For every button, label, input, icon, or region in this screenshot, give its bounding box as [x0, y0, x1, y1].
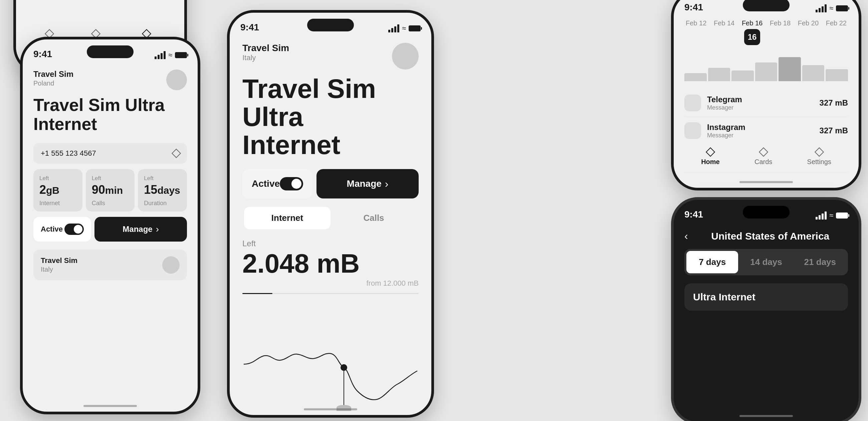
ub6 — [826, 69, 848, 81]
nav-settings-label-p4: Settings — [807, 158, 831, 166]
home-icon-p4 — [706, 147, 715, 157]
active-section-p3[interactable]: Active — [242, 169, 312, 198]
cal-label-3: Feb 18 — [770, 19, 790, 27]
back-arrow-p5[interactable]: ‹ — [684, 230, 688, 242]
nav-settings-p4[interactable]: Settings — [807, 149, 831, 166]
toggle-switch-p2[interactable] — [64, 224, 84, 235]
phone-5: 9:41 ≈ ‹ United States of America — [671, 197, 861, 421]
b1p4 — [815, 10, 817, 12]
sim-avatar-p2 — [166, 69, 187, 90]
ub2 — [732, 71, 754, 81]
data-left-label-p3: Left — [242, 239, 418, 248]
sim-card-mini-p2[interactable]: Travel Sim Italy — [33, 250, 187, 280]
sim-title-p3: Travel Sim Ultra Internet — [242, 75, 418, 159]
stat-bottom-2: Duration — [144, 200, 181, 207]
wifi-p2: ≈ — [168, 51, 172, 59]
cal-feb22[interactable]: Feb 22 — [826, 19, 847, 45]
sim-country-p3: Italy — [242, 53, 289, 62]
instagram-size: 327 mB — [819, 126, 848, 135]
phone-number: +1 555 123 4567 — [41, 149, 96, 158]
back-title-p5: United States of America — [693, 230, 848, 242]
bottom-nav-p4: Home Cards Settings — [674, 143, 859, 171]
back-nav-p5: ‹ United States of America — [684, 230, 848, 242]
cal-label-0: Feb 12 — [686, 19, 706, 27]
cal-feb20[interactable]: Feb 20 — [798, 19, 818, 45]
manage-btn-text-p3: Manage — [347, 178, 381, 189]
dynamic-island-p5 — [743, 206, 789, 219]
stat-calls: Left 90min Calls — [86, 169, 135, 212]
cal-label-2: Feb 16 — [742, 19, 763, 27]
app-telegram[interactable]: Telegram Messager 327 mB — [684, 89, 848, 117]
data-value-p3: 2.048 mB — [242, 250, 418, 277]
data-from-p3: from 12.000 mB — [242, 279, 418, 288]
manage-btn-p3[interactable]: Manage › — [316, 169, 418, 198]
cal-num-2: 16 — [744, 29, 760, 45]
toggle-lg-p3[interactable] — [280, 177, 303, 191]
cards-icon-p4 — [758, 147, 768, 157]
sim-header-p3: Travel Sim Italy — [242, 43, 418, 69]
ub0 — [684, 73, 707, 81]
telegram-type: Messager — [707, 104, 819, 111]
tab-calls[interactable]: Calls — [331, 207, 417, 229]
nav-cards-p4[interactable]: Cards — [754, 149, 772, 166]
wave-chart-p3 — [242, 304, 418, 411]
battery-p5 — [836, 213, 848, 219]
bar1 — [155, 56, 157, 59]
phone-number-row: +1 555 123 4567 — [33, 143, 187, 164]
b2p4 — [818, 8, 820, 12]
usage-chart-p4 — [684, 54, 848, 81]
nav-home-p4[interactable]: Home — [701, 149, 720, 166]
app-instagram[interactable]: Instagram Messager 327 mB — [684, 117, 848, 145]
stat-value-1: 90min — [92, 184, 129, 196]
phone-3-screen: 9:41 ≈ Travel Sim Italy — [230, 13, 431, 415]
sim-info-p2: Travel Sim Poland — [33, 69, 73, 87]
battery-p3 — [409, 25, 421, 31]
stat-left-1: Left — [92, 175, 129, 182]
sim-avatar-p3 — [392, 43, 418, 69]
cal-feb12[interactable]: Feb 12 — [686, 19, 706, 45]
day-14[interactable]: 14 days — [740, 251, 792, 273]
sim-name-p3: Travel Sim — [242, 43, 289, 53]
phone-2: 9:41 ≈ Travel Sim Poland — [20, 37, 200, 414]
plan-card-p5[interactable]: Ultra Internet — [684, 283, 848, 311]
phone-2-content: Travel Sim Poland Travel Sim Ultra Inter… — [23, 63, 198, 412]
signal-p5 — [815, 212, 827, 220]
phone-4: 9:41 ≈ Feb 12 Feb 14 — [671, 0, 861, 191]
sim-name-p2: Travel Sim — [33, 69, 73, 79]
b1 — [388, 30, 390, 32]
manage-btn-p2[interactable]: Manage › — [94, 217, 187, 242]
nav-cards-label-p4: Cards — [754, 158, 772, 166]
wave-dot — [341, 364, 347, 371]
data-progress-fill-p3 — [242, 293, 272, 294]
b2 — [391, 28, 393, 32]
active-label-p3: Active — [252, 178, 280, 189]
ub5 — [802, 65, 825, 81]
active-toggle-p2[interactable]: Active — [33, 217, 91, 242]
tab-internet[interactable]: Internet — [244, 207, 331, 229]
ub3 — [755, 62, 778, 81]
sim-country-p2: Poland — [33, 80, 73, 87]
stat-bottom-0: Internet — [39, 200, 76, 207]
sim-mini-name: Travel Sim — [41, 256, 78, 265]
cal-feb18[interactable]: Feb 18 — [770, 19, 790, 45]
b3p5 — [822, 214, 824, 220]
b1p5 — [815, 217, 817, 220]
home-indicator-p5 — [740, 415, 793, 417]
stat-bottom-1: Calls — [92, 200, 129, 207]
wave-svg — [242, 304, 418, 411]
day-21[interactable]: 21 days — [794, 251, 846, 273]
phone-number-icon — [172, 149, 181, 158]
status-time-p3: 9:41 — [240, 22, 259, 33]
b2p5 — [818, 215, 820, 220]
wifi-p4: ≈ — [829, 4, 833, 13]
phone-3: 9:41 ≈ Travel Sim Italy — [227, 10, 434, 418]
ub4 — [778, 57, 801, 81]
instagram-icon — [684, 122, 701, 139]
cal-feb14[interactable]: Feb 14 — [714, 19, 735, 45]
data-progress-bar-p3 — [242, 293, 418, 294]
stat-left-0: Left — [39, 175, 76, 182]
cal-feb16[interactable]: Feb 16 16 — [742, 19, 763, 45]
day-7[interactable]: 7 days — [686, 251, 738, 273]
status-icons-p4: ≈ — [815, 4, 848, 13]
wave-path — [244, 354, 417, 400]
